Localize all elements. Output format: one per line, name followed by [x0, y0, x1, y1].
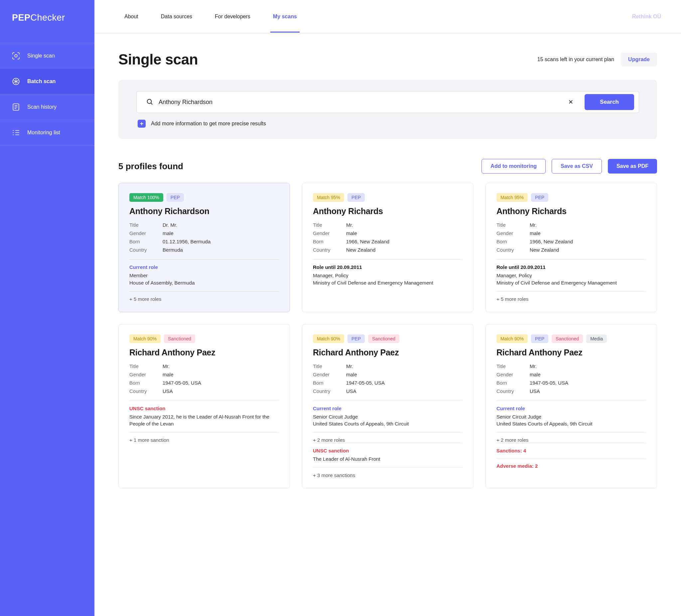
attr-value: male	[530, 230, 646, 236]
sidebar-item-single-scan[interactable]: Single scan	[0, 43, 95, 69]
add-to-monitoring-button[interactable]: Add to monitoring	[481, 159, 546, 174]
section-title: Adverse media: 2	[497, 463, 646, 469]
profile-name: Anthony Richards	[497, 206, 646, 216]
section-line: House of Assembly, Bermuda	[129, 279, 279, 287]
history-icon	[11, 102, 21, 112]
badge: Sanctioned	[552, 334, 583, 343]
section-line: Senior Circuit Judge	[497, 413, 646, 420]
attr-label: Country	[313, 247, 346, 253]
profile-section: UNSC sanctionThe Leader of Al-Nusrah Fro…	[313, 448, 462, 463]
attr-value: male	[346, 230, 462, 236]
badge: Match 95%	[497, 193, 528, 202]
profile-card[interactable]: Match 95%PEPAnthony RichardsTitleMr.Gend…	[485, 183, 657, 312]
profile-card[interactable]: Match 100%PEPAnthony RichardsonTitleDr. …	[118, 183, 290, 312]
clear-icon[interactable]: ✕	[562, 96, 579, 108]
section-title: Current role	[497, 406, 646, 411]
svg-point-3	[147, 99, 152, 103]
attr-label: Born	[313, 239, 346, 244]
search-button[interactable]: Search	[585, 94, 634, 110]
sidebar-item-label: Single scan	[27, 53, 55, 59]
more-link[interactable]: + 2 more roles	[313, 437, 462, 443]
profile-card[interactable]: Match 95%PEPAnthony RichardsTitleMr.Gend…	[302, 183, 474, 312]
profile-attrs: TitleDr. Mr.GendermaleBorn01.12.1956, Be…	[129, 222, 279, 253]
badge: PEP	[531, 193, 548, 202]
tab-my-scans[interactable]: My scans	[273, 1, 297, 32]
more-link[interactable]: + 5 more roles	[129, 296, 279, 302]
tab-data-sources[interactable]: Data sources	[161, 1, 192, 32]
sidebar: PEPChecker Single scan Batch scan Scan h…	[0, 0, 95, 616]
profile-card[interactable]: Match 90%PEPSanctionedMediaRichard Antho…	[485, 324, 657, 488]
profile-card[interactable]: Match 90%SanctionedRichard Anthony PaezT…	[118, 324, 290, 488]
save-csv-button[interactable]: Save as CSV	[552, 159, 602, 174]
attr-label: Gender	[497, 230, 530, 236]
profile-attrs: TitleMr.GendermaleBorn1947-05-05, USACou…	[497, 363, 646, 394]
app-logo: PEPChecker	[0, 0, 95, 43]
sidebar-item-label: Batch scan	[27, 78, 55, 84]
sidebar-item-batch-scan[interactable]: Batch scan	[0, 69, 95, 94]
more-link[interactable]: + 5 more roles	[497, 296, 646, 302]
profile-attrs: TitleMr.GendermaleBorn1966, New ZealandC…	[313, 222, 462, 253]
add-info-icon[interactable]: +	[138, 120, 146, 128]
section-line: United States Courts of Appeals, 9th Cir…	[313, 420, 462, 428]
upgrade-button[interactable]: Upgrade	[621, 53, 657, 67]
monitoring-icon	[11, 128, 21, 137]
more-link[interactable]: + 3 more sanctions	[313, 472, 462, 478]
attr-value: Mr.	[346, 363, 462, 369]
save-pdf-button[interactable]: Save as PDF	[608, 159, 657, 174]
profile-attrs: TitleMr.GendermaleBorn1947-05-05, USACou…	[129, 363, 279, 394]
profile-name: Anthony Richards	[313, 206, 462, 216]
attr-value: Bermuda	[162, 247, 279, 253]
section-line: Since January 2012, he is the Leader of …	[129, 413, 279, 428]
search-input[interactable]	[159, 99, 557, 106]
badge: PEP	[348, 193, 365, 202]
badge: Sanctioned	[368, 334, 399, 343]
section-line: Manager, Policy	[497, 272, 646, 279]
attr-label: Born	[129, 380, 162, 386]
attr-label: Gender	[497, 372, 530, 377]
section-title: Role until 20.09.2011	[497, 264, 646, 270]
section-title: UNSC sanction	[313, 448, 462, 454]
attr-value: USA	[162, 388, 279, 394]
attr-label: Born	[129, 239, 162, 244]
profile-card[interactable]: Match 90%PEPSanctionedRichard Anthony Pa…	[302, 324, 474, 488]
attr-label: Gender	[313, 230, 346, 236]
attr-value: 1947-05-05, USA	[162, 380, 279, 386]
section-title: Current role	[129, 264, 279, 270]
sidebar-item-scan-history[interactable]: Scan history	[0, 94, 95, 120]
search-icon	[146, 98, 153, 106]
attr-label: Born	[313, 380, 346, 386]
profile-section: Current roleMemberHouse of Assembly, Ber…	[129, 264, 279, 287]
badge: Match 90%	[313, 334, 344, 343]
badge: Match 90%	[129, 334, 160, 343]
profile-section: Role until 20.09.2011Manager, PolicyMini…	[497, 264, 646, 287]
profile-name: Anthony Richardson	[129, 206, 279, 216]
attr-value: Mr.	[530, 222, 646, 228]
sidebar-item-monitoring-list[interactable]: Monitoring list	[0, 120, 95, 146]
attr-value: 1966, New Zealand	[346, 239, 462, 244]
search-bar: ✕ Search	[136, 91, 639, 113]
attr-label: Country	[129, 247, 162, 253]
attr-value: Mr.	[162, 363, 279, 369]
attr-value: 01.12.1956, Bermuda	[162, 239, 279, 244]
more-link[interactable]: + 2 more roles	[497, 437, 646, 443]
attr-value: USA	[530, 388, 646, 394]
svg-point-0	[15, 54, 17, 57]
more-link[interactable]: + 1 more sanction	[129, 437, 279, 443]
profile-section: UNSC sanctionSince January 2012, he is t…	[129, 406, 279, 428]
tab-about[interactable]: About	[124, 1, 138, 32]
badge: Sanctioned	[164, 334, 195, 343]
section-line: The Leader of Al-Nusrah Front	[313, 456, 462, 463]
attr-value: male	[162, 372, 279, 377]
profile-name: Richard Anthony Paez	[497, 348, 646, 357]
attr-label: Gender	[129, 372, 162, 377]
profile-attrs: TitleMr.GendermaleBorn1947-05-05, USACou…	[313, 363, 462, 394]
attr-value: Mr.	[346, 222, 462, 228]
sidebar-item-label: Scan history	[27, 104, 56, 110]
section-line: Senior Circuit Judge	[313, 413, 462, 420]
attr-value: 1947-05-05, USA	[346, 380, 462, 386]
tab-for-developers[interactable]: For developers	[215, 1, 250, 32]
profile-name: Richard Anthony Paez	[313, 348, 462, 357]
profile-section: Current roleSenior Circuit JudgeUnited S…	[313, 406, 462, 428]
attr-label: Title	[497, 363, 530, 369]
org-name[interactable]: Rethink OÜ	[632, 14, 661, 20]
